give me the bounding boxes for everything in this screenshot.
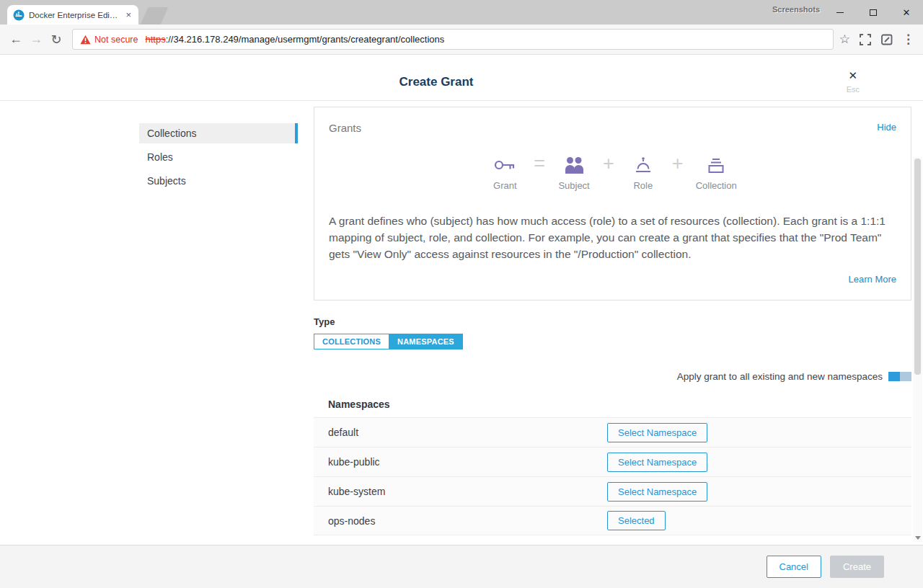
forward-icon[interactable]: → (26, 32, 46, 47)
namespace-name: ops-nodes (328, 515, 607, 527)
bell-icon (635, 153, 652, 174)
reload-icon[interactable]: ↻ (46, 32, 66, 48)
namespace-row: ops-nodes Selected (314, 506, 911, 535)
sidebar-item-roles[interactable]: Roles (139, 147, 298, 167)
equation-label: Grant (493, 180, 517, 191)
people-icon (564, 153, 584, 174)
content-scrollbar[interactable] (913, 157, 922, 542)
learn-more-link[interactable]: Learn More (849, 274, 896, 285)
docker-favicon (13, 9, 25, 21)
maximize-icon (870, 9, 877, 16)
url-scheme: https (145, 34, 165, 45)
equation-term-collection: Collection (696, 153, 737, 191)
modal-footer: Cancel Create (0, 545, 923, 588)
window-close-button[interactable]: ✕ (890, 0, 923, 24)
tab-collections[interactable]: COLLECTIONS (314, 334, 389, 349)
modal-body: Collections Roles Subjects Grants Hide (0, 101, 923, 535)
browser-toolbar: ← → ↻ Not secure https://34.216.178.249/… (0, 24, 923, 55)
selected-namespace-button[interactable]: Selected (607, 511, 666, 530)
active-indicator-bar (295, 123, 298, 143)
namespace-row: kube-public Select Namespace (314, 447, 911, 476)
modal-close: ✕ Esc (847, 69, 860, 94)
page-title: Create Grant (0, 75, 873, 89)
plus-operator: + (672, 153, 684, 174)
equation-term-role: Role (627, 153, 660, 191)
equation-label: Role (633, 180, 653, 191)
grants-info-panel: Grants Hide Grant = (314, 107, 911, 300)
close-icon[interactable]: ✕ (847, 69, 860, 82)
maximize-button[interactable] (857, 0, 890, 24)
edit-extension-icon[interactable] (880, 33, 893, 46)
esc-hint-label: Esc (847, 85, 860, 94)
equation-label: Subject (558, 180, 589, 191)
main-content: Grants Hide Grant = (314, 107, 911, 535)
equation-label: Collection (696, 180, 737, 191)
url-text: https://34.216.178.249/manage/usermgmt/g… (145, 34, 444, 45)
key-icon (493, 153, 516, 174)
equals-operator: = (534, 153, 545, 174)
window-titlebar: Docker Enterprise Edition × Screenshots … (0, 0, 923, 24)
scrollbar-thumb[interactable] (914, 159, 921, 375)
address-bar[interactable]: Not secure https://34.216.178.249/manage… (72, 29, 834, 50)
select-namespace-button[interactable]: Select Namespace (607, 423, 707, 442)
panel-title: Grants (329, 122, 361, 134)
apply-grant-row: Apply grant to all existing and new name… (314, 371, 911, 382)
create-grant-page: Create Grant ✕ Esc Collections Roles Sub… (0, 55, 923, 588)
tab-namespaces[interactable]: NAMESPACES (389, 334, 463, 349)
back-icon[interactable]: ← (6, 32, 26, 47)
apply-grant-toggle[interactable] (888, 372, 911, 381)
equation-term-subject: Subject (557, 153, 591, 191)
namespace-name: kube-public (328, 456, 607, 468)
namespace-row: default Select Namespace (314, 417, 911, 447)
minimize-button[interactable] (823, 0, 857, 24)
grant-equation: Grant = Subject (329, 153, 896, 191)
namespace-row: kube-system Select Namespace (314, 476, 911, 506)
toggle-knob (888, 372, 900, 381)
sidebar-item-subjects[interactable]: Subjects (139, 171, 298, 191)
capture-extension-icon[interactable] (859, 33, 872, 46)
security-badge[interactable]: Not secure (80, 35, 138, 45)
new-tab-button[interactable] (141, 7, 169, 24)
browser-tab[interactable]: Docker Enterprise Edition × (7, 5, 138, 24)
namespace-name: kube-system (328, 486, 607, 497)
type-toggle-group: COLLECTIONS NAMESPACES (314, 334, 463, 349)
minimize-icon (836, 12, 844, 13)
equation-term-grant: Grant (488, 153, 521, 191)
browser-menu-icon[interactable]: ⋮ (902, 33, 914, 45)
bookmark-star-icon[interactable]: ☆ (839, 33, 850, 45)
tab-title: Docker Enterprise Edition (25, 11, 124, 19)
namespaces-header: Namespaces (314, 391, 911, 417)
tab-close-icon[interactable]: × (124, 9, 133, 20)
type-section-label: Type (314, 316, 911, 327)
select-namespace-button[interactable]: Select Namespace (607, 482, 707, 502)
sidebar-item-collections[interactable]: Collections (139, 123, 298, 143)
url-rest: ://34.216.178.249/manage/usermgmt/grants… (166, 34, 445, 45)
apply-grant-label: Apply grant to all existing and new name… (677, 371, 883, 382)
modal-header: Create Grant ✕ Esc (0, 55, 923, 101)
stack-icon (707, 153, 725, 174)
sidebar: Collections Roles Subjects (139, 107, 298, 535)
warning-triangle-icon (80, 35, 91, 45)
cancel-button[interactable]: Cancel (767, 556, 821, 578)
create-button[interactable]: Create (830, 556, 884, 578)
select-namespace-button[interactable]: Select Namespace (607, 453, 707, 472)
security-label: Not secure (94, 35, 138, 45)
hide-link[interactable]: Hide (877, 122, 896, 133)
grants-description: A grant defines who (subject) has how mu… (329, 213, 896, 262)
screenshots-overlay-label: Screenshots (772, 5, 820, 14)
plus-operator: + (603, 153, 614, 174)
window-controls: ✕ (823, 0, 923, 24)
scrollbar-down-arrow-icon[interactable] (915, 536, 921, 540)
namespace-name: default (328, 427, 607, 438)
